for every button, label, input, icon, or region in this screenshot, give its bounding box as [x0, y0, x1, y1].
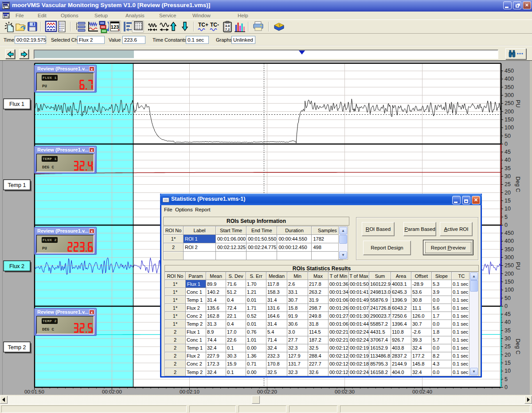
svg-text:15: 15: [505, 198, 511, 204]
svg-text:30: 30: [505, 335, 511, 342]
svg-text:00:02:20: 00:02:20: [257, 389, 277, 394]
svg-text:25: 25: [505, 343, 511, 350]
svg-text:30: 30: [505, 173, 511, 179]
svg-text:35: 35: [505, 165, 511, 171]
svg-text:45: 45: [505, 311, 511, 317]
svg-text:123: 123: [111, 24, 119, 30]
svg-text:150: 150: [505, 279, 514, 285]
svg-text:40: 40: [505, 157, 511, 163]
svg-text:00:02:40: 00:02:40: [412, 389, 432, 394]
svg-text:40: 40: [505, 319, 511, 325]
svg-text:0: 0: [505, 222, 508, 228]
svg-text:25: 25: [505, 181, 511, 187]
svg-text:300: 300: [505, 254, 514, 261]
svg-text:20: 20: [505, 190, 511, 196]
svg-text:150: 150: [505, 117, 514, 123]
svg-text:Flux 1: Flux 1: [9, 101, 24, 107]
svg-text:Deg C: Deg C: [515, 339, 521, 354]
svg-text:00:01:50: 00:01:50: [24, 389, 44, 394]
svg-text:TC+: TC+: [198, 22, 208, 28]
svg-text:45: 45: [505, 149, 511, 155]
svg-text:00:02:00: 00:02:00: [102, 389, 122, 394]
svg-text:350: 350: [505, 246, 514, 253]
svg-text:TC-: TC-: [210, 22, 219, 28]
svg-text:15: 15: [505, 360, 511, 366]
svg-text:Deg C: Deg C: [515, 176, 521, 192]
svg-text:250: 250: [505, 262, 514, 269]
svg-text:PU: PU: [515, 100, 521, 107]
svg-text:450: 450: [505, 230, 514, 236]
svg-text:00:02:10: 00:02:10: [180, 389, 200, 394]
svg-text:20: 20: [505, 352, 511, 358]
svg-text:PU: PU: [515, 262, 521, 269]
svg-text:Temp 1: Temp 1: [8, 182, 26, 188]
svg-text:350: 350: [505, 84, 514, 90]
svg-text:Flux 2: Flux 2: [9, 263, 24, 269]
svg-text:400: 400: [505, 238, 514, 244]
svg-text:400: 400: [505, 76, 514, 82]
svg-text:10: 10: [505, 368, 511, 374]
svg-text:0: 0: [505, 303, 508, 309]
svg-text:?: ?: [278, 23, 281, 27]
svg-text:00:02:30: 00:02:30: [335, 389, 355, 394]
svg-text:Temp 2: Temp 2: [8, 344, 26, 351]
svg-text:100: 100: [505, 287, 514, 293]
svg-text:5: 5: [505, 214, 508, 220]
svg-text:35: 35: [505, 327, 511, 334]
svg-text:200: 200: [505, 271, 514, 277]
svg-text:450: 450: [505, 68, 514, 74]
svg-text:0: 0: [505, 141, 508, 147]
svg-text:7.2: 7.2: [225, 27, 230, 31]
svg-text:100: 100: [505, 125, 514, 131]
svg-text:10: 10: [505, 206, 511, 212]
svg-text:50: 50: [505, 133, 511, 139]
svg-text:200: 200: [505, 109, 514, 115]
svg-text:0: 0: [505, 384, 508, 390]
svg-text:50: 50: [505, 295, 511, 301]
svg-text:250: 250: [505, 100, 514, 106]
svg-text:300: 300: [505, 92, 514, 98]
svg-text:5: 5: [505, 376, 508, 382]
